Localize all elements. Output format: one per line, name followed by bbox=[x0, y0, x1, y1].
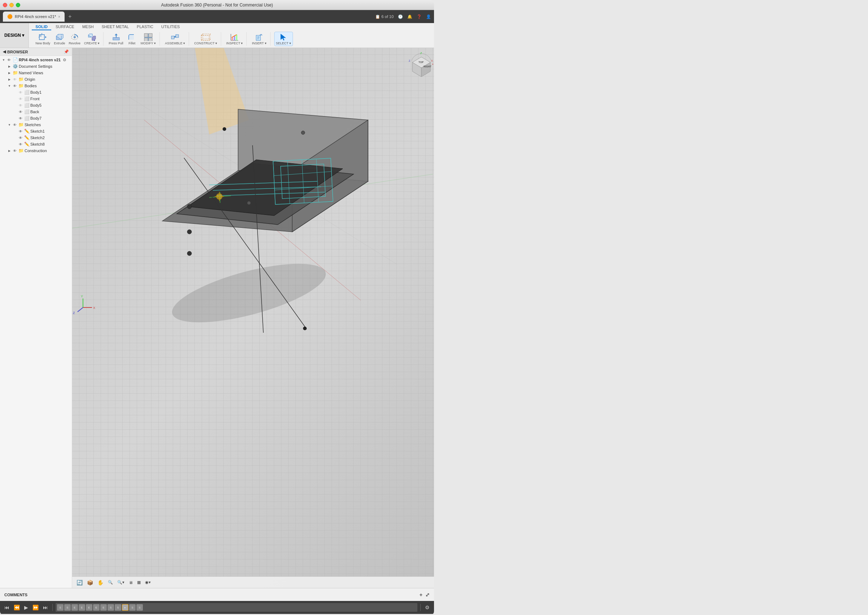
notifications-button[interactable]: 🔔 bbox=[407, 14, 412, 19]
tab-plastic[interactable]: PLASTIC bbox=[133, 24, 157, 30]
tree-eye-sketch1[interactable]: 👁 bbox=[18, 130, 23, 133]
tree-item-sketch8[interactable]: 👁 ✏️ Sketch8 bbox=[0, 141, 72, 147]
tree-eye-body1[interactable]: 👁 bbox=[18, 91, 23, 94]
tree-arrow-bodies: ▼ bbox=[7, 84, 11, 87]
vp-display-button[interactable]: 🖥 bbox=[127, 580, 134, 585]
vp-zoom-dropdown[interactable]: 🔍▾ bbox=[116, 579, 126, 585]
timeline-item-8[interactable]: S bbox=[108, 604, 114, 611]
timeline-item-2[interactable]: S bbox=[64, 604, 71, 611]
insert-button[interactable]: INSERT ▾ bbox=[250, 32, 268, 46]
timeline-item-11[interactable]: S bbox=[136, 604, 143, 611]
tab-solid[interactable]: SOLID bbox=[32, 24, 51, 30]
press-pull-button[interactable]: Press Pull bbox=[107, 32, 125, 46]
active-tab[interactable]: 🟠 RPi4 4inch screen v21* × bbox=[3, 11, 64, 22]
timeline-item-10[interactable]: S bbox=[129, 604, 136, 611]
vp-zoom-button[interactable]: 🔍 bbox=[106, 579, 114, 585]
tree-eye-construction[interactable]: 👁 bbox=[12, 149, 17, 153]
vp-hand-button[interactable]: ✋ bbox=[96, 579, 105, 586]
maximize-button[interactable] bbox=[16, 3, 20, 7]
more-create-button[interactable]: CREATE ▾ bbox=[83, 32, 101, 46]
new-component-button[interactable]: New Body bbox=[34, 32, 52, 46]
tab-mesh[interactable]: MESH bbox=[79, 24, 97, 30]
tree-item-origin[interactable]: ▶ 👁 📁 Origin bbox=[0, 76, 72, 83]
tree-eye-back[interactable]: 👁 bbox=[18, 110, 23, 114]
select-button[interactable]: SELECT ▾ bbox=[274, 32, 293, 46]
playback-play-button[interactable]: ▶ bbox=[23, 604, 30, 611]
user-button[interactable]: 👤 bbox=[426, 14, 431, 19]
tree-item-body1[interactable]: 👁 ⬜ Body1 bbox=[0, 89, 72, 95]
tree-item-named-views[interactable]: ▶ 📁 Named Views bbox=[0, 70, 72, 76]
tree-item-back[interactable]: 👁 ⬜ Back bbox=[0, 109, 72, 115]
design-dropdown[interactable]: DESIGN ▾ bbox=[0, 23, 29, 48]
revolve-button[interactable]: Revolve bbox=[67, 32, 82, 46]
tree-eye-root[interactable]: 👁 bbox=[6, 58, 11, 62]
tree-item-body7[interactable]: 👁 ⬜ Body7 bbox=[0, 115, 72, 122]
extrude-button[interactable]: Extrude bbox=[52, 32, 66, 46]
tab-utilities[interactable]: UTILITIES bbox=[158, 24, 183, 30]
tree-item-bodies[interactable]: ▼ 👁 📁 Bodies bbox=[0, 83, 72, 89]
tab-sheet-metal[interactable]: SHEET METAL bbox=[98, 24, 132, 30]
tree-item-sketches[interactable]: ▼ 👁 📁 Sketches bbox=[0, 122, 72, 128]
timeline-item-3[interactable]: E bbox=[72, 604, 78, 611]
tree-item-doc-settings[interactable]: ▶ ⚙️ Document Settings bbox=[0, 63, 72, 70]
tree-item-root[interactable]: ▼ 👁 📄 RPi4 4inch screen v21 ⚙ bbox=[0, 56, 72, 63]
fillet-button[interactable]: Fillet bbox=[125, 32, 139, 46]
playback-prev-button[interactable]: ⏪ bbox=[12, 604, 21, 611]
tree-eye-sketch8[interactable]: 👁 bbox=[18, 142, 23, 146]
tab-surface[interactable]: SURFACE bbox=[52, 24, 78, 30]
vp-grid-button[interactable]: ▦ bbox=[136, 579, 142, 585]
tab-close-button[interactable]: × bbox=[58, 15, 60, 19]
playback-start-button[interactable]: ⏮ bbox=[3, 604, 11, 611]
timeline-item-7[interactable]: E bbox=[100, 604, 107, 611]
view-cube[interactable]: RIGHT TOP X Y Z bbox=[409, 52, 430, 73]
svg-text:Z: Z bbox=[73, 311, 75, 315]
construct-button[interactable]: CONSTRUCT ▾ bbox=[192, 32, 219, 46]
minimize-button[interactable] bbox=[9, 3, 14, 7]
tree-item-body5[interactable]: 👁 ⬜ Body5 bbox=[0, 102, 72, 109]
tree-eye-body5[interactable]: 👁 bbox=[18, 103, 23, 108]
tree-item-sketch2[interactable]: 👁 ✏️ Sketch2 bbox=[0, 134, 72, 141]
close-button[interactable] bbox=[3, 3, 7, 7]
timeline-item-current[interactable]: ▸ bbox=[122, 604, 128, 611]
comments-add-button[interactable]: + bbox=[419, 592, 422, 598]
vp-pan-button[interactable]: 📦 bbox=[86, 579, 94, 586]
tree-item-front[interactable]: 👁 ⬜ Front bbox=[0, 95, 72, 102]
tree-icon-origin: 📁 bbox=[18, 77, 24, 82]
help-button[interactable]: ❓ bbox=[417, 14, 422, 19]
tree-eye-sketches[interactable]: 👁 bbox=[12, 123, 17, 127]
more-modify-button[interactable]: MODIFY ▾ bbox=[139, 32, 157, 46]
tree-settings-root[interactable]: ⚙ bbox=[63, 58, 66, 62]
inspect-group: INSPECT ▾ bbox=[223, 32, 247, 46]
timeline-item-5[interactable]: E bbox=[86, 604, 92, 611]
tree-eye-bodies[interactable]: 👁 bbox=[12, 84, 17, 88]
comments-expand-button[interactable]: ⤢ bbox=[425, 592, 430, 598]
insert-icon bbox=[254, 33, 264, 41]
settings-button[interactable]: ⚙ bbox=[424, 604, 431, 611]
vp-environment-button[interactable]: ◉▾ bbox=[144, 579, 152, 585]
viewport[interactable]: X Y Z RIGHT TOP bbox=[72, 48, 434, 588]
tab-page-indicator[interactable]: 📋 6 of 10 bbox=[375, 14, 394, 19]
press-pull-icon bbox=[111, 33, 121, 41]
tree-eye-front[interactable]: 👁 bbox=[18, 97, 23, 101]
viewport-canvas[interactable]: X Y Z RIGHT TOP bbox=[72, 48, 434, 588]
sidebar-pin-button[interactable]: 📌 bbox=[64, 49, 69, 54]
timeline-item-6[interactable]: E bbox=[93, 604, 100, 611]
sidebar-collapse-left[interactable]: ◀ bbox=[3, 49, 6, 54]
inspect-button[interactable]: INSPECT ▾ bbox=[225, 32, 244, 46]
tree-eye-origin[interactable]: 👁 bbox=[12, 78, 17, 81]
tree-item-sketch1[interactable]: 👁 ✏️ Sketch1 bbox=[0, 128, 72, 134]
tree-eye-body7[interactable]: 👁 bbox=[18, 116, 23, 120]
tree-eye-sketch2[interactable]: 👁 bbox=[18, 136, 23, 140]
tree-item-construction[interactable]: ▶ 👁 📁 Construction bbox=[0, 147, 72, 154]
playback-end-button[interactable]: ⏭ bbox=[42, 604, 49, 611]
timeline-item-4[interactable]: E bbox=[79, 604, 85, 611]
playback-next-button[interactable]: ⏩ bbox=[31, 604, 40, 611]
vp-orbit-button[interactable]: 🔄 bbox=[75, 579, 84, 586]
comments-bar: COMMENTS + ⤢ bbox=[0, 588, 434, 601]
timeline-item-9[interactable]: S bbox=[115, 604, 121, 611]
timeline-track[interactable]: S S E E E E E S S ▸ S S bbox=[56, 603, 418, 612]
clock-button[interactable]: 🕐 bbox=[398, 14, 403, 19]
assemble-button[interactable]: ASSEMBLE ▾ bbox=[163, 32, 186, 46]
timeline-item-1[interactable]: S bbox=[57, 604, 64, 611]
new-tab-button[interactable]: + bbox=[66, 13, 74, 20]
